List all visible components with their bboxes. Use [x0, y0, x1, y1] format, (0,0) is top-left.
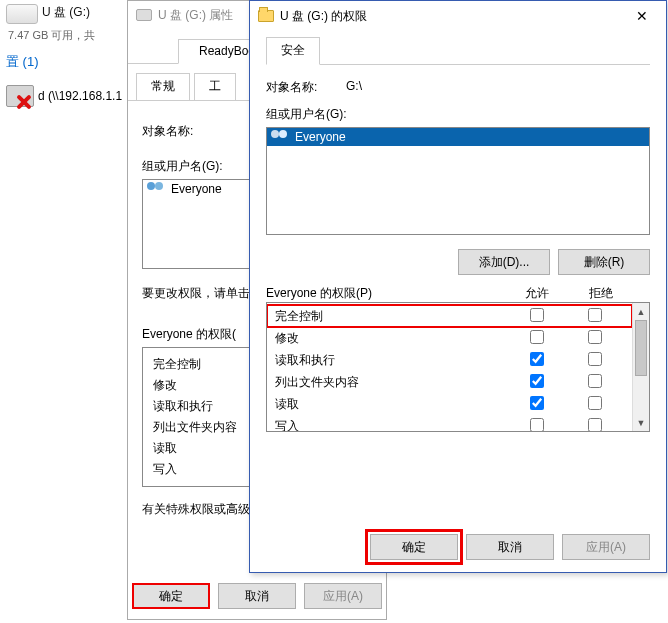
permissions-title: U 盘 (G:) 的权限 — [280, 8, 622, 25]
allow-checkbox[interactable] — [530, 418, 544, 432]
scrollbar[interactable]: ▲ ▼ — [632, 303, 649, 431]
deny-checkbox[interactable] — [588, 352, 602, 366]
permissions-tabbar: 安全 — [266, 37, 650, 65]
people-icon — [271, 130, 291, 144]
permissions-for-label: Everyone 的权限(P) — [266, 285, 505, 302]
permission-name: 列出文件夹内容 — [275, 374, 508, 391]
permission-name: 完全控制 — [275, 308, 508, 325]
close-button[interactable]: ✕ — [622, 2, 662, 30]
permission-name: 写入 — [275, 418, 508, 432]
scroll-track[interactable] — [633, 320, 649, 414]
deny-checkbox[interactable] — [588, 330, 602, 344]
deny-checkbox[interactable] — [588, 374, 602, 388]
permission-row: 读取 — [267, 393, 632, 415]
cancel-button[interactable]: 取消 — [218, 583, 296, 609]
folder-icon — [258, 10, 274, 22]
permission-row: 列出文件夹内容 — [267, 371, 632, 393]
error-x-icon — [14, 93, 32, 111]
allow-checkbox[interactable] — [530, 396, 544, 410]
object-name-value: G:\ — [346, 79, 362, 96]
deny-checkbox[interactable] — [588, 308, 602, 322]
permission-row: 完全控制 — [267, 305, 632, 327]
list-item-everyone[interactable]: Everyone — [267, 128, 649, 146]
network-drive-label: d (\\192.168.1.1 — [38, 89, 122, 103]
deny-checkbox[interactable] — [588, 396, 602, 410]
network-drive-item[interactable]: d (\\192.168.1.1 — [0, 81, 130, 111]
apply-button[interactable]: 应用(A) — [562, 534, 650, 560]
drive-subtext: 7.47 GB 可用，共 — [0, 28, 130, 43]
scroll-down-icon[interactable]: ▼ — [633, 414, 649, 431]
column-allow: 允许 — [505, 285, 569, 302]
permission-row: 修改 — [267, 327, 632, 349]
apply-button[interactable]: 应用(A) — [304, 583, 382, 609]
scroll-thumb[interactable] — [635, 320, 647, 376]
permission-row: 写入 — [267, 415, 632, 431]
deny-checkbox[interactable] — [588, 418, 602, 432]
ok-button[interactable]: 确定 — [370, 534, 458, 560]
object-name-label: 对象名称: — [266, 79, 346, 96]
permission-row: 读取和执行 — [267, 349, 632, 371]
allow-checkbox[interactable] — [530, 308, 544, 322]
explorer-background: U 盘 (G:) 7.47 GB 可用，共 置 (1) d (\\192.168… — [0, 0, 130, 623]
add-button[interactable]: 添加(D)... — [458, 249, 550, 275]
list-item-label: Everyone — [171, 182, 222, 196]
allow-checkbox[interactable] — [530, 330, 544, 344]
group-users-listbox[interactable]: Everyone — [266, 127, 650, 235]
properties-title: U 盘 (G:) 属性 — [158, 7, 233, 24]
network-location-count: 置 (1) — [0, 43, 130, 81]
permission-name: 修改 — [275, 330, 508, 347]
tab-general[interactable]: 常规 — [136, 73, 190, 100]
tab-tools[interactable]: 工 — [194, 73, 236, 100]
column-deny: 拒绝 — [569, 285, 633, 302]
allow-checkbox[interactable] — [530, 352, 544, 366]
permission-name: 读取和执行 — [275, 352, 508, 369]
cancel-button[interactable]: 取消 — [466, 534, 554, 560]
ok-button[interactable]: 确定 — [132, 583, 210, 609]
permissions-dialog: U 盘 (G:) 的权限 ✕ 安全 对象名称: G:\ 组或用户名(G): Ev… — [249, 0, 667, 573]
drive-item[interactable]: U 盘 (G:) — [0, 0, 130, 28]
permissions-titlebar[interactable]: U 盘 (G:) 的权限 ✕ — [250, 1, 666, 31]
people-icon — [147, 182, 167, 196]
scroll-up-icon[interactable]: ▲ — [633, 303, 649, 320]
drive-icon — [136, 9, 152, 21]
usb-drive-icon — [6, 4, 38, 24]
close-icon: ✕ — [636, 8, 648, 24]
list-item-label: Everyone — [295, 130, 346, 144]
permission-name: 读取 — [275, 396, 508, 413]
permissions-grid: 完全控制修改读取和执行列出文件夹内容读取写入 — [267, 303, 632, 431]
remove-button[interactable]: 删除(R) — [558, 249, 650, 275]
tab-security[interactable]: 安全 — [266, 37, 320, 65]
group-users-label: 组或用户名(G): — [266, 106, 650, 123]
allow-checkbox[interactable] — [530, 374, 544, 388]
drive-label: U 盘 (G:) — [42, 4, 90, 21]
